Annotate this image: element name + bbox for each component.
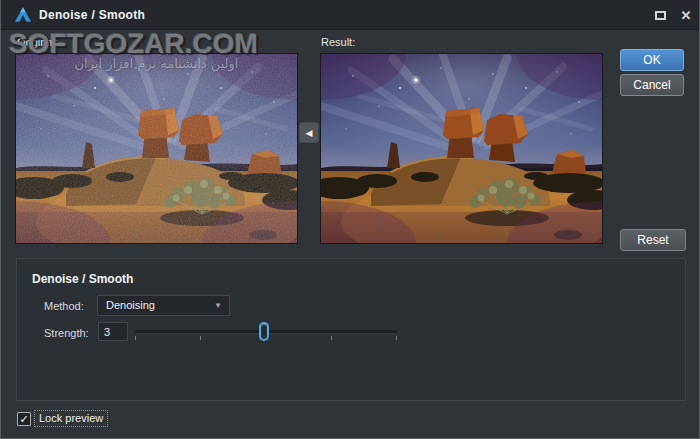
result-preview-image[interactable]	[321, 54, 602, 243]
copy-to-result-button[interactable]: ◀	[299, 122, 319, 143]
reset-button[interactable]: Reset	[620, 229, 686, 251]
method-value: Denoising	[106, 299, 155, 311]
original-label: Original:	[17, 36, 58, 48]
chevron-down-icon: ▼	[214, 296, 222, 315]
window-title: Denoise / Smooth	[39, 0, 145, 30]
check-icon: ✓	[19, 413, 28, 425]
method-label: Method:	[44, 300, 84, 312]
result-label: Result:	[321, 36, 355, 48]
slider-tick	[135, 336, 136, 340]
method-dropdown[interactable]: Denoising ▼	[97, 295, 230, 316]
lock-preview-checkbox[interactable]: ✓	[17, 412, 31, 426]
settings-panel: Denoise / Smooth Method: Denoising ▼ Str…	[16, 258, 686, 401]
lock-preview-label[interactable]: Lock preview	[34, 410, 108, 427]
maximize-icon	[655, 11, 666, 20]
slider-tick	[200, 336, 201, 340]
close-icon: ✕	[681, 9, 692, 22]
strength-input[interactable]	[98, 322, 128, 341]
original-preview-image[interactable]: اولین دانشنامه نرم افزار ایران	[16, 54, 297, 243]
panel-title: Denoise / Smooth	[32, 272, 133, 286]
cancel-button[interactable]: Cancel	[620, 74, 684, 96]
slider-tick	[331, 336, 332, 340]
ok-button[interactable]: OK	[620, 49, 684, 71]
arrow-left-icon: ◀	[306, 128, 313, 138]
maximize-button[interactable]	[651, 6, 669, 24]
slider-thumb[interactable]	[259, 322, 269, 341]
strength-label: Strength:	[44, 327, 89, 339]
titlebar[interactable]: Denoise / Smooth ✕	[1, 0, 700, 30]
close-button[interactable]: ✕	[677, 6, 695, 24]
slider-tick	[396, 336, 397, 340]
strength-slider[interactable]	[135, 320, 397, 344]
app-logo-icon	[14, 6, 32, 24]
denoise-smooth-dialog: Denoise / Smooth ✕ Original: Result: اول…	[0, 0, 700, 439]
